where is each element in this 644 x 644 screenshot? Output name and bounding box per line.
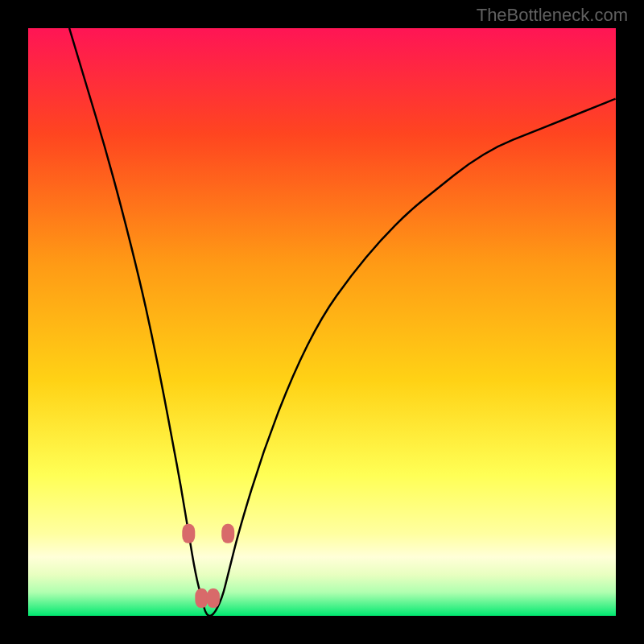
gradient-background — [28, 28, 616, 616]
marker-dot — [207, 588, 220, 608]
plot-area — [28, 28, 616, 616]
marker-dot — [182, 524, 195, 543]
chart-svg — [28, 28, 616, 616]
chart-frame: TheBottleneck.com — [0, 0, 644, 644]
watermark-text: TheBottleneck.com — [477, 5, 628, 26]
marker-dot — [195, 588, 208, 608]
marker-dot — [221, 524, 234, 543]
